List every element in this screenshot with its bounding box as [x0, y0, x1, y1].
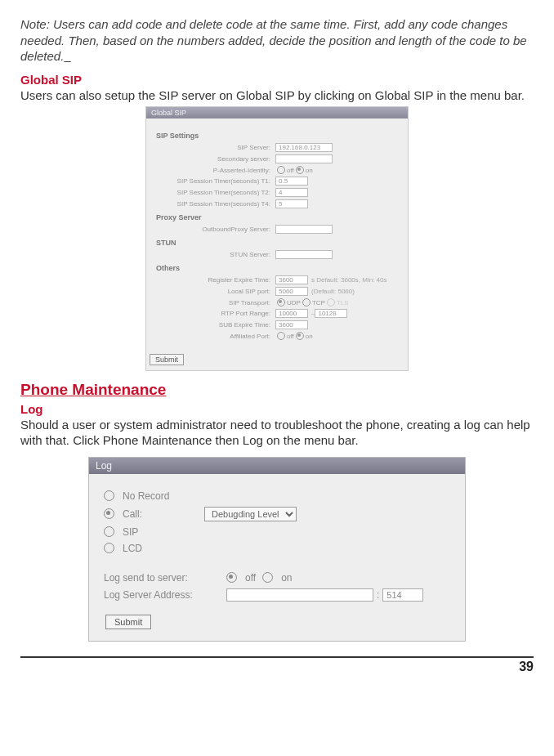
- log-intro: Should a user or system administrator ne…: [20, 418, 534, 449]
- label-secondary: Secondary server:: [156, 155, 275, 163]
- log-panel-title: Log: [89, 458, 465, 474]
- radio-on-label: on: [306, 167, 313, 174]
- global-sip-intro: Users can also setup the SIP server on G…: [20, 88, 534, 104]
- label-outbound: OutboundProxy Server:: [156, 226, 275, 233]
- label-server-address: Log Server Address:: [104, 589, 226, 601]
- submit-button-log[interactable]: Submit: [105, 615, 151, 629]
- input-log-server-port[interactable]: [382, 588, 423, 602]
- radio-passerted-on[interactable]: [296, 166, 304, 174]
- group-stun: STUN: [156, 239, 398, 247]
- log-heading: Log: [20, 402, 534, 416]
- radio-tcp[interactable]: [302, 298, 311, 306]
- radio-off-label: off: [287, 167, 294, 174]
- footer-rule: [20, 656, 534, 658]
- radio-call[interactable]: [104, 508, 114, 519]
- radio-aff-on-label: on: [306, 333, 313, 340]
- note-body: Note: Users can add code and delete code…: [20, 17, 527, 63]
- log-panel: Log No Record Call: Debugding Level SIP …: [88, 457, 466, 642]
- global-sip-panel-title: Global SIP: [146, 107, 408, 119]
- input-rtp1[interactable]: [275, 309, 308, 318]
- label-rtp-range: RTP Port Range:: [156, 310, 275, 317]
- input-t1[interactable]: [275, 177, 308, 186]
- group-sip-settings: SIP Settings: [156, 132, 398, 140]
- global-sip-panel: Global SIP SIP Settings SIP Server: Seco…: [145, 106, 409, 371]
- label-register-expire: Register Expire Time:: [156, 276, 275, 284]
- group-proxy: Proxy Server: [156, 213, 398, 221]
- page-number: 39: [20, 660, 534, 674]
- label-sip-server: SIP Server:: [156, 144, 275, 151]
- label-passerted: P-Asserted-Identity:: [156, 167, 275, 174]
- label-local-sip-port: Local SIP port:: [156, 288, 275, 295]
- radio-log-on[interactable]: [262, 572, 273, 583]
- radio-affiliated-on[interactable]: [296, 332, 304, 340]
- label-no-record: No Record: [123, 490, 204, 502]
- radio-udp[interactable]: [277, 298, 285, 306]
- radio-passerted-off[interactable]: [277, 166, 285, 174]
- submit-button-sip[interactable]: Submit: [150, 354, 184, 365]
- radio-sip[interactable]: [104, 526, 114, 537]
- input-t2[interactable]: [275, 188, 308, 197]
- label-lcd: LCD: [123, 543, 204, 554]
- radio-udp-label: UDP: [287, 299, 301, 306]
- input-stun[interactable]: [275, 250, 333, 259]
- label-stun: STUN Server:: [156, 251, 275, 258]
- label-sip-transport: SIP Transport:: [156, 299, 275, 306]
- phone-maintenance-heading: Phone Maintenance: [20, 381, 534, 399]
- label-affiliated-port: Affiliated Port:: [156, 333, 275, 340]
- radio-affiliated-off[interactable]: [277, 332, 285, 340]
- input-t4[interactable]: [275, 199, 308, 208]
- input-sip-server[interactable]: [275, 143, 333, 152]
- radio-log-off-label: off: [245, 572, 256, 584]
- input-rtp2[interactable]: [315, 309, 347, 318]
- radio-no-record[interactable]: [104, 490, 114, 501]
- group-others: Others: [156, 264, 398, 272]
- radio-log-on-label: on: [281, 572, 292, 584]
- label-sub-expire: SUB Expire Time:: [156, 321, 275, 329]
- label-send-to-server: Log send to server:: [104, 572, 226, 584]
- hint-register: s Default: 3600s, Min: 40s: [311, 276, 387, 284]
- radio-tcp-label: TCP: [312, 299, 325, 306]
- input-log-server-address[interactable]: [226, 588, 373, 602]
- input-local-sip-port[interactable]: [275, 287, 308, 296]
- label-call: Call:: [123, 508, 204, 520]
- hint-local-sip-port: (Default: 5060): [311, 288, 355, 295]
- radio-log-off[interactable]: [226, 572, 237, 583]
- select-debug-level[interactable]: Debugding Level: [204, 507, 297, 521]
- input-sub-expire[interactable]: [275, 320, 308, 329]
- label-sip-opt: SIP: [123, 526, 204, 538]
- radio-tls: [327, 298, 335, 306]
- input-outbound[interactable]: [275, 225, 333, 234]
- input-register-expire[interactable]: [275, 275, 308, 284]
- note-text: Note: Users can add code and delete code…: [20, 16, 534, 65]
- radio-tls-label: TLS: [337, 299, 349, 306]
- radio-aff-off-label: off: [287, 333, 294, 340]
- label-t2: SIP Session Timer(seconds) T2:: [156, 189, 275, 196]
- radio-lcd[interactable]: [104, 543, 114, 553]
- global-sip-heading: Global SIP: [20, 73, 534, 87]
- input-secondary[interactable]: [275, 154, 333, 163]
- label-t4: SIP Session Timer(seconds) T4:: [156, 200, 275, 208]
- label-t1: SIP Session Timer(seconds) T1:: [156, 177, 275, 185]
